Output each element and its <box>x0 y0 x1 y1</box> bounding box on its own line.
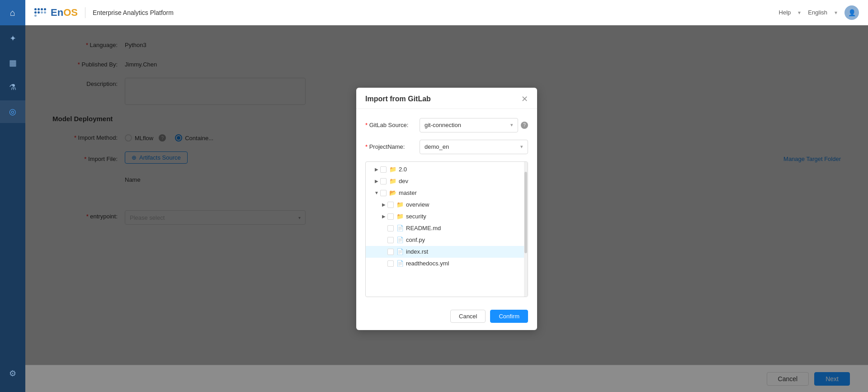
tree-toggle-dev[interactable]: ▶ <box>373 178 380 185</box>
file-tree: ▶ 📁 2.0 ▶ 📁 dev <box>366 162 524 297</box>
tree-item-2.0[interactable]: ▶ 📁 2.0 <box>366 164 524 175</box>
tree-label-readme: README.md <box>406 225 441 231</box>
sidebar-item-dashboard[interactable]: ▦ <box>0 52 25 74</box>
logo-text: EnOS <box>51 7 78 19</box>
gitlab-source-field: GitLab Source: git-connection ▾ ? <box>365 118 528 132</box>
tree-item-dev[interactable]: ▶ 📁 dev <box>366 175 524 187</box>
modal-overlay: Import from GitLab ✕ GitLab Source: git-… <box>25 25 868 392</box>
tree-label-security: security <box>406 213 426 220</box>
file-icon-readthedocs: 📄 <box>396 260 404 267</box>
settings-icon: ⚙ <box>9 368 16 378</box>
tree-checkbox-readme[interactable] <box>387 225 394 231</box>
lab-icon: ⚗ <box>9 82 16 92</box>
tree-toggle-master[interactable]: ▼ <box>373 189 380 197</box>
tree-item-overview[interactable]: ▶ 📁 overview <box>366 199 524 211</box>
avatar-icon: 👤 <box>848 9 856 16</box>
tree-checkbox-readthedocs[interactable] <box>387 260 394 267</box>
file-icon-index: 📄 <box>396 248 404 255</box>
tree-label-dev: dev <box>399 178 408 184</box>
sidebar-item-settings[interactable]: ⚙ <box>0 362 25 385</box>
help-button[interactable]: Help <box>779 9 791 16</box>
tree-item-readthedocs[interactable]: ▶ 📄 readthedocs.yml <box>366 258 524 269</box>
sidebar-item-models[interactable]: ◎ <box>0 100 25 123</box>
tree-item-master[interactable]: ▼ 📂 master <box>366 187 524 199</box>
tree-item-security[interactable]: ▶ 📁 security <box>366 211 524 222</box>
folder-open-icon-master: 📂 <box>389 189 396 196</box>
file-icon-conf: 📄 <box>396 236 404 243</box>
project-name-arrow-icon: ▾ <box>520 144 523 150</box>
file-tree-scrollbar[interactable] <box>524 162 528 297</box>
content-area: Language: Python3 Published By: Jimmy.Ch… <box>25 25 868 392</box>
gitlab-source-help-icon[interactable]: ? <box>521 122 528 129</box>
avatar[interactable]: 👤 <box>844 5 859 20</box>
project-name-label: ProjectName: <box>365 143 420 150</box>
topbar-right: Help ▾ English ▾ 👤 <box>779 5 859 20</box>
modal-cancel-button[interactable]: Cancel <box>450 310 486 323</box>
tree-label-overview: overview <box>406 201 429 208</box>
language-selector[interactable]: English <box>808 9 827 16</box>
tree-toggle-security[interactable]: ▶ <box>380 213 387 220</box>
tree-toggle-overview[interactable]: ▶ <box>380 201 387 208</box>
scrollbar-thumb[interactable] <box>524 172 527 253</box>
logo: EnOS <box>34 7 78 19</box>
tree-checkbox-overview[interactable] <box>387 202 394 208</box>
dashboard-icon: ▦ <box>9 58 17 68</box>
tree-checkbox-index[interactable] <box>387 249 394 255</box>
modal-body: GitLab Source: git-connection ▾ ? Projec… <box>356 109 537 304</box>
logo-dots <box>34 8 47 17</box>
project-name-value: demo_en <box>425 143 449 150</box>
project-name-select[interactable]: demo_en ▾ <box>420 140 528 154</box>
file-icon-readme: 📄 <box>396 225 404 231</box>
file-tree-container: ▶ 📁 2.0 ▶ 📁 dev <box>365 161 528 297</box>
tree-label-conf: conf.py <box>406 236 425 243</box>
tree-checkbox-conf[interactable] <box>387 237 394 243</box>
tree-checkbox-2.0[interactable] <box>380 166 387 173</box>
project-name-field: ProjectName: demo_en ▾ <box>365 140 528 154</box>
tree-checkbox-dev[interactable] <box>380 178 387 184</box>
sidebar-item-analytics[interactable]: ✦ <box>0 27 25 50</box>
sidebar-item-home[interactable]: ⌂ <box>0 0 25 25</box>
gitlab-source-arrow-icon: ▾ <box>510 122 513 128</box>
help-arrow-icon: ▾ <box>798 9 801 16</box>
gitlab-source-value: git-connection <box>425 122 461 128</box>
modal-close-button[interactable]: ✕ <box>521 95 528 103</box>
gitlab-source-select[interactable]: git-connection ▾ <box>420 118 518 132</box>
modal-header: Import from GitLab ✕ <box>356 88 537 109</box>
tree-checkbox-security[interactable] <box>387 213 394 220</box>
sidebar-item-lab[interactable]: ⚗ <box>0 76 25 99</box>
app-title: Enterprise Analytics Platform <box>93 9 174 16</box>
folder-icon-security: 📁 <box>396 213 404 220</box>
tree-label-master: master <box>399 189 417 196</box>
sidebar: ⌂ ✦ ▦ ⚗ ◎ ⚙ <box>0 0 25 392</box>
tree-label-index: index.rst <box>406 248 428 255</box>
tree-item-conf[interactable]: ▶ 📄 conf.py <box>366 234 524 246</box>
tree-toggle-2.0[interactable]: ▶ <box>373 166 380 173</box>
folder-icon-2.0: 📁 <box>389 166 396 173</box>
analytics-icon: ✦ <box>9 33 16 43</box>
folder-icon-overview: 📁 <box>396 201 404 208</box>
topbar-divider <box>85 7 85 18</box>
main-area: EnOS Enterprise Analytics Platform Help … <box>25 0 868 392</box>
gitlab-source-label: GitLab Source: <box>365 122 420 128</box>
modal-title: Import from GitLab <box>365 95 431 103</box>
models-icon: ◎ <box>9 107 16 117</box>
home-icon: ⌂ <box>10 8 15 18</box>
tree-item-readme[interactable]: ▶ 📄 README.md <box>366 222 524 234</box>
tree-checkbox-master[interactable] <box>380 190 387 196</box>
folder-icon-dev: 📁 <box>389 178 396 184</box>
lang-arrow-icon: ▾ <box>835 9 837 16</box>
topbar: EnOS Enterprise Analytics Platform Help … <box>25 0 868 25</box>
tree-label-2.0: 2.0 <box>399 166 407 173</box>
import-gitlab-modal: Import from GitLab ✕ GitLab Source: git-… <box>356 88 537 330</box>
tree-label-readthedocs: readthedocs.yml <box>406 260 449 267</box>
modal-footer: Cancel Confirm <box>356 304 537 330</box>
modal-confirm-button[interactable]: Confirm <box>490 310 528 323</box>
tree-item-index[interactable]: ▶ 📄 index.rst <box>366 246 524 258</box>
